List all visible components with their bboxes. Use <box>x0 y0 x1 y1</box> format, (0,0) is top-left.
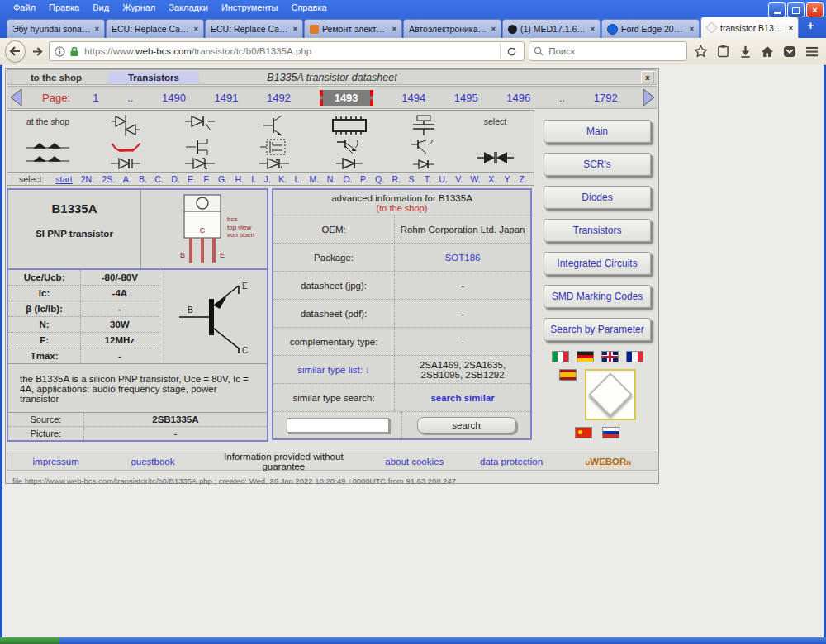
advanced-row-value[interactable]: search similar <box>395 384 530 411</box>
menu-button[interactable] <box>803 41 821 61</box>
restore-button[interactable] <box>787 2 805 17</box>
type-search-input[interactable] <box>287 418 389 433</box>
start-button[interactable] <box>0 637 59 644</box>
nav-button-smd-marking-codes[interactable]: SMD Marking Codes <box>544 285 651 308</box>
tab-close-icon[interactable]: × <box>690 25 694 33</box>
diode-pair-icon[interactable] <box>111 158 140 169</box>
nav-button-main[interactable]: Main <box>544 120 651 143</box>
page-number-current[interactable]: 1493 <box>320 90 373 106</box>
flag-germany-icon[interactable] <box>577 351 594 362</box>
page-number-link[interactable]: 1492 <box>267 92 291 104</box>
darlington-icon[interactable] <box>335 139 363 155</box>
bookmarks-library-button[interactable] <box>714 41 732 61</box>
select-letter[interactable]: W. <box>471 174 481 184</box>
select-letter[interactable]: 2S. <box>102 174 116 184</box>
browser-tab[interactable]: ECU: Replace Capacit...× <box>205 19 303 38</box>
duo-diode-icon[interactable] <box>477 151 514 169</box>
select-letter[interactable]: B. <box>139 174 147 184</box>
reload-button[interactable] <box>500 43 522 59</box>
select-letter[interactable]: O. <box>344 174 353 184</box>
select-letter[interactable]: V. <box>455 174 463 184</box>
browser-tab[interactable]: Ford Edge 2020 L...× <box>601 19 700 38</box>
select-letter[interactable]: X. <box>488 174 496 184</box>
small-transistor-icon[interactable] <box>263 113 285 136</box>
flag-russia-icon[interactable] <box>602 427 620 438</box>
start-link[interactable]: start <box>55 174 72 184</box>
search-input[interactable] <box>547 45 657 57</box>
select-letter[interactable]: K. <box>278 174 287 184</box>
browser-tab[interactable]: transistor B1335...× <box>700 17 799 38</box>
home-button[interactable] <box>758 41 776 61</box>
select-letter[interactable]: J. <box>264 174 271 184</box>
small-diode-icon[interactable] <box>413 159 434 169</box>
select-letter[interactable]: S. <box>408 174 416 184</box>
url-text[interactable]: https://www.web-bcs.com/transistor/tc/b0… <box>84 46 500 56</box>
menu-edit[interactable]: Правка <box>42 2 86 13</box>
bookmark-star-button[interactable] <box>691 41 710 61</box>
browser-tab[interactable]: ECU: Replace Capacit...× <box>106 19 204 38</box>
scr-icon[interactable] <box>185 113 215 136</box>
tab-close-icon[interactable]: × <box>491 25 496 33</box>
select-letter[interactable]: R. <box>392 174 401 184</box>
select-letter[interactable]: 2N. <box>81 174 94 184</box>
footer-link-data-protection[interactable]: data protection <box>463 457 559 466</box>
select-letter[interactable]: Z. <box>519 174 526 184</box>
select-letter[interactable]: I. <box>251 174 256 184</box>
menu-history[interactable]: Журнал <box>116 2 162 13</box>
menu-help[interactable]: Справка <box>284 2 333 13</box>
footer-link-impressum[interactable]: impressum <box>7 457 104 466</box>
next-page-button[interactable] <box>640 88 657 107</box>
tab-close-icon[interactable]: × <box>293 25 297 33</box>
flag-uk-icon[interactable] <box>601 351 619 362</box>
page-number-link[interactable]: 1490 <box>162 92 186 104</box>
nav-button-integrated-circuits[interactable]: Integrated Circuits <box>544 252 651 275</box>
page-number-link[interactable]: 1496 <box>506 92 530 104</box>
schottky-diode-icon[interactable] <box>259 158 289 169</box>
address-bar[interactable]: https://www.web-bcs.com/transistor/tc/b0… <box>49 41 525 61</box>
page-number-link[interactable]: 1491 <box>215 92 239 104</box>
flag-china-icon[interactable] <box>575 427 592 438</box>
nav-button-transistors[interactable]: Transistors <box>544 219 651 242</box>
footer-link-uweborn[interactable]: uWEBORn <box>560 457 657 466</box>
https-lock-icon[interactable] <box>69 46 79 57</box>
zener-diode-icon[interactable] <box>185 158 215 169</box>
flag-france-icon[interactable] <box>626 351 643 362</box>
mosfet-icon[interactable] <box>260 139 288 155</box>
flag-italy-icon[interactable] <box>552 351 569 362</box>
select-letter[interactable]: F. <box>203 174 210 184</box>
page-close-button[interactable]: x <box>641 71 654 83</box>
ic-chip-icon[interactable] <box>330 113 369 136</box>
pocket-button[interactable] <box>781 41 799 61</box>
crystal-icon[interactable] <box>410 113 438 136</box>
advanced-row-label[interactable]: similar type list: ↓ <box>273 356 395 383</box>
select-letter[interactable]: A. <box>123 174 131 184</box>
footer-link-about-cookies[interactable]: about cookies <box>366 457 463 466</box>
select-letter[interactable]: U. <box>439 174 448 184</box>
new-tab-button[interactable]: + <box>800 18 822 35</box>
transistor2-icon[interactable] <box>411 140 436 156</box>
browser-tab[interactable]: (1) MED17.1.62 ...× <box>502 19 601 38</box>
page-number-link[interactable]: 1495 <box>454 92 478 104</box>
power-diode-icon[interactable] <box>336 158 363 169</box>
select-letter[interactable]: T. <box>425 174 431 184</box>
select-letter[interactable]: H. <box>235 174 244 184</box>
select-letter[interactable]: G. <box>218 174 227 184</box>
nav-button-search-by-parameter[interactable]: Search by Parameter <box>544 318 651 341</box>
search-box[interactable] <box>529 41 687 61</box>
select-letter[interactable]: Y. <box>504 174 511 184</box>
triac-icon[interactable] <box>112 113 140 136</box>
tab-close-icon[interactable]: × <box>95 25 99 33</box>
menu-file[interactable]: Файл <box>7 2 42 13</box>
tab-close-icon[interactable]: × <box>789 24 793 32</box>
windows-taskbar[interactable] <box>0 637 826 644</box>
select-letter[interactable]: P. <box>360 174 368 184</box>
nav-button-scr-s[interactable]: SCR's <box>544 153 651 176</box>
select-letter[interactable]: L. <box>294 174 301 184</box>
select-letter[interactable]: E. <box>188 174 196 184</box>
power-transistor-red-icon[interactable] <box>109 140 142 154</box>
search-button[interactable]: search <box>417 417 516 433</box>
menu-bookmarks[interactable]: Закладки <box>162 2 215 13</box>
select-letter[interactable]: M. <box>310 174 320 184</box>
browser-tab[interactable]: Эбу hyundai sonata 1...× <box>7 19 105 38</box>
page-number-link[interactable]: 1792 <box>594 92 618 104</box>
